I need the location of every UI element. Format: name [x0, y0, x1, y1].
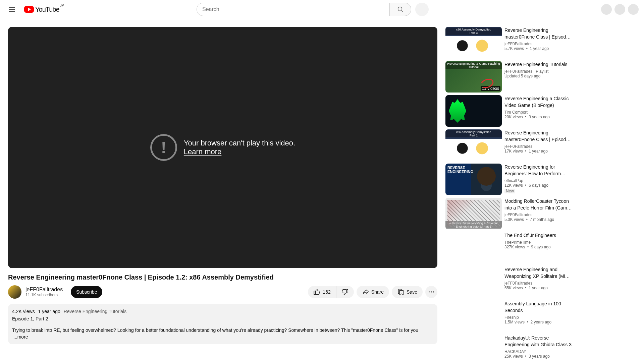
- recommendation-channel[interactable]: ThePrimeTime: [504, 240, 572, 245]
- country-code: JP: [60, 4, 64, 7]
- error-icon: [150, 134, 177, 161]
- save-label: Save: [407, 289, 417, 295]
- more-icon: [428, 288, 435, 296]
- recommendation-channel[interactable]: jeFF0Falltrades: [504, 281, 572, 286]
- show-more-button[interactable]: ...more: [13, 334, 28, 340]
- recommendation-channel[interactable]: HACKADAY: [504, 349, 572, 354]
- dislike-button[interactable]: [336, 286, 354, 298]
- recommendation-meta: 20K views • 3 years ago: [504, 115, 572, 119]
- video-thumbnail[interactable]: [445, 335, 502, 362]
- recommendation-title: Reverse Engineering master0Fnone Class |…: [504, 129, 572, 143]
- recommendation-item[interactable]: Reverse Engineering & Game Patching Tuto…: [445, 61, 580, 93]
- recommendation-meta: 5.3K views • 7 months ago: [504, 217, 572, 222]
- recommendation-channel[interactable]: Tim Comport: [504, 110, 572, 115]
- recommendation-title: Reverse Engineering and Weaponizing XP S…: [504, 266, 572, 280]
- description-episode: Episode 1, Part 2: [12, 315, 433, 322]
- subscriber-count: 11.1K subscribers: [25, 293, 63, 297]
- thumb-up-icon: [313, 288, 321, 296]
- svg-point-2: [429, 292, 430, 293]
- video-thumbnail[interactable]: [445, 95, 502, 127]
- video-thumbnail[interactable]: Reverse Engineering & Game Patching Tuto…: [445, 61, 502, 93]
- like-button[interactable]: 162: [308, 286, 336, 298]
- share-button[interactable]: Share: [357, 286, 389, 298]
- recommendation-meta: Updated 5 days ago: [504, 74, 572, 78]
- recommendation-meta: 25K views • 3 years ago: [504, 354, 572, 359]
- owner-row: jeFF0Falltrades 11.1K subscribers Subscr…: [8, 285, 437, 299]
- save-button[interactable]: Save: [392, 286, 423, 298]
- recommendation-meta: 1.5M views • 2 years ago: [504, 320, 572, 324]
- share-label: Share: [371, 289, 384, 295]
- subscribe-button[interactable]: Subscribe: [71, 286, 102, 298]
- description-body: Trying to break into RE, but feeling ove…: [12, 327, 433, 340]
- guide-menu-button[interactable]: [5, 3, 19, 16]
- primary-column: Your browser can't play this video. Lear…: [8, 27, 437, 362]
- recommendation-item[interactable]: x86 Assembly DemystifiedPart 3Reverse En…: [445, 27, 580, 58]
- notifications-button[interactable]: [614, 4, 625, 15]
- recommendation-title: Reverse Engineering for Beginners: How t…: [504, 164, 572, 177]
- recommendation-info: Reverse Engineering master0Fnone Class |…: [504, 27, 580, 58]
- video-thumbnail[interactable]: x86 Assembly DemystifiedPart 1: [445, 129, 502, 161]
- recommendation-channel[interactable]: ethicalPap_: [504, 178, 572, 183]
- recommendation-channel[interactable]: jeFF0Falltrades: [504, 144, 572, 149]
- recommendation-item[interactable]: Assembly Language in 100 SecondsFireship…: [445, 300, 580, 332]
- recommendation-item[interactable]: x86 Assembly DemystifiedPart 1Reverse En…: [445, 129, 580, 161]
- channel-text: jeFF0Falltrades 11.1K subscribers: [25, 287, 63, 297]
- recommendation-item[interactable]: Reverse Engineering for Beginners: How t…: [445, 164, 580, 195]
- video-thumbnail[interactable]: x86 Assembly DemystifiedPart 3: [445, 27, 502, 58]
- description-box[interactable]: 4.2K views 1 year ago Reverse Engineerin…: [8, 304, 437, 344]
- learn-more-link[interactable]: Learn more: [184, 147, 295, 156]
- action-buttons: 162 Share Save: [308, 286, 437, 298]
- recommendation-item[interactable]: Reverse Engineering a Classic Video Game…: [445, 95, 580, 127]
- video-thumbnail[interactable]: [445, 266, 502, 298]
- recommendation-channel[interactable]: jeFF0Falltrades: [504, 42, 572, 46]
- recommendation-title: HackadayU: Reverse Engineering with Ghid…: [504, 335, 572, 348]
- thumb-caption: A Horrific Game Modding & Reverse Engine…: [445, 221, 502, 229]
- recommendation-title: Assembly Language in 100 Seconds: [504, 300, 572, 314]
- like-count: 162: [323, 289, 330, 295]
- search-button[interactable]: [390, 3, 411, 16]
- recommendation-info: Assembly Language in 100 SecondsFireship…: [504, 300, 580, 332]
- header-center: [191, 3, 435, 16]
- recommendation-info: HackadayU: Reverse Engineering with Ghid…: [504, 335, 580, 362]
- recommendation-item[interactable]: A Horrific Game Modding & Reverse Engine…: [445, 198, 580, 229]
- recommendation-channel[interactable]: Fireship: [504, 315, 572, 320]
- recommendation-item[interactable]: HackadayU: Reverse Engineering with Ghid…: [445, 335, 580, 362]
- svg-point-3: [431, 292, 432, 293]
- recommendation-item[interactable]: The End Of Jr EngineersThePrimeTime327K …: [445, 232, 580, 263]
- error-text: Your browser can't play this video.: [184, 139, 295, 147]
- video-player[interactable]: Your browser can't play this video. Lear…: [8, 27, 437, 268]
- thumb-caption: x86 Assembly DemystifiedPart 1: [445, 130, 502, 137]
- channel-avatar[interactable]: [8, 285, 21, 299]
- share-icon: [362, 288, 369, 296]
- recommendation-meta: 327K views • 9 days ago: [504, 245, 572, 249]
- video-thumbnail[interactable]: A Horrific Game Modding & Reverse Engine…: [445, 198, 502, 229]
- channel-owner: jeFF0Falltrades 11.1K subscribers Subscr…: [8, 285, 102, 299]
- menu-icon: [8, 5, 16, 13]
- recommendation-item[interactable]: Reverse Engineering and Weaponizing XP S…: [445, 266, 580, 298]
- search-form: [197, 3, 411, 16]
- video-thumbnail[interactable]: [445, 300, 502, 332]
- recommendation-title: Reverse Engineering Tutorials: [504, 61, 572, 68]
- recommendation-channel[interactable]: jeFF0Falltrades: [504, 213, 572, 217]
- video-thumbnail[interactable]: [445, 164, 502, 195]
- more-actions-button[interactable]: [425, 286, 437, 298]
- create-button[interactable]: [601, 4, 612, 15]
- play-icon: [24, 6, 34, 13]
- recommendation-meta: 5.7K views • 1 year ago: [504, 46, 572, 51]
- thumb-down-icon: [341, 288, 348, 296]
- account-button[interactable]: [628, 4, 639, 15]
- video-thumbnail[interactable]: [445, 232, 502, 263]
- voice-search-button[interactable]: [415, 3, 429, 16]
- svg-line-1: [401, 11, 403, 12]
- playlist-link[interactable]: Reverse Engineering Tutorials: [64, 309, 127, 314]
- recommendation-title: The End Of Jr Engineers: [504, 232, 572, 239]
- channel-name[interactable]: jeFF0Falltrades: [25, 287, 63, 293]
- search-input[interactable]: [197, 3, 390, 16]
- recommendation-meta: 17K views • 1 year ago: [504, 149, 572, 154]
- recommendation-info: Reverse Engineering for Beginners: How t…: [504, 164, 580, 195]
- recommendation-info: The End Of Jr EngineersThePrimeTime327K …: [504, 232, 580, 263]
- recommendation-info: Modding RollerCoaster Tycoon into a Peel…: [504, 198, 580, 229]
- recommendation-channel[interactable]: jeFF0Falltrades · Playlist: [504, 69, 572, 74]
- youtube-logo[interactable]: YouTube JP: [24, 6, 59, 13]
- recommendation-meta: 12K views • 6 days ago: [504, 183, 572, 188]
